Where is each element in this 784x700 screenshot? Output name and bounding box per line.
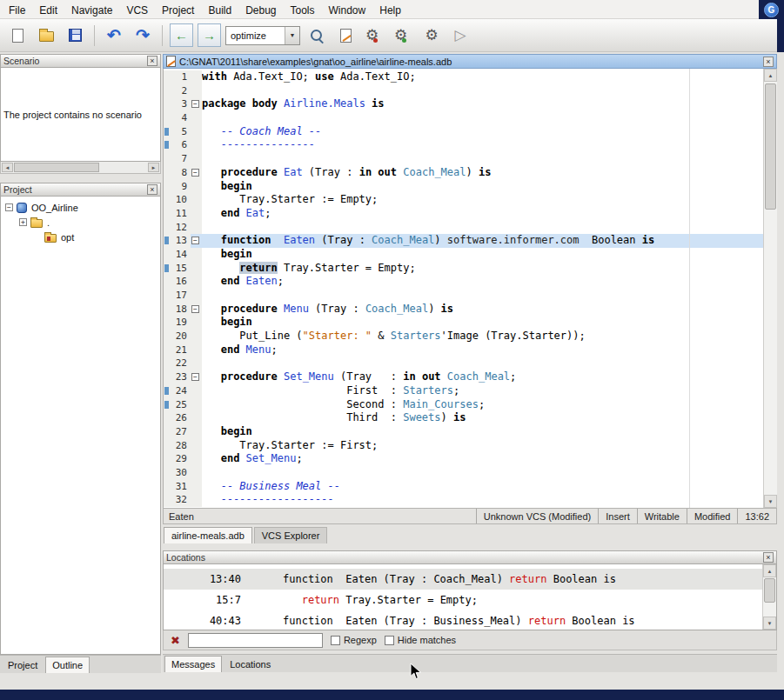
close-icon[interactable]: ×: [763, 552, 774, 563]
code-line[interactable]: 24 First : Starters;: [164, 384, 763, 398]
code-line[interactable]: 18− procedure Menu (Tray : Coach_Meal) i…: [164, 303, 763, 317]
code-line[interactable]: 10 Tray.Starter := Empty;: [164, 193, 763, 207]
code-line[interactable]: 31 -- Business Meal --: [164, 480, 763, 494]
menu-item-project[interactable]: Project: [155, 2, 201, 19]
code-line[interactable]: 8− procedure Eat (Tray : in out Coach_Me…: [164, 166, 763, 180]
tree-node-opt[interactable]: opt: [1, 230, 160, 244]
tab-airline-meals[interactable]: airline-meals.adb: [164, 527, 252, 543]
search-button[interactable]: [305, 23, 329, 48]
fold-toggle-icon[interactable]: −: [191, 373, 199, 381]
menu-item-vcs[interactable]: VCS: [119, 2, 155, 19]
scroll-right-icon[interactable]: ►: [148, 163, 159, 172]
code-line[interactable]: 23− procedure Set_Menu (Tray : in out Co…: [164, 370, 763, 384]
locations-vscrollbar[interactable]: ▲ ▼: [762, 564, 776, 630]
code-line[interactable]: 11 end Eat;: [164, 207, 763, 221]
editor-vscrollbar[interactable]: ▲ ▼: [763, 69, 777, 508]
scrollbar-thumb[interactable]: [764, 578, 775, 603]
regexp-checkbox[interactable]: Regexp: [331, 635, 377, 645]
fold-toggle-icon[interactable]: −: [191, 237, 199, 244]
scroll-down-icon[interactable]: ▼: [764, 495, 777, 508]
tab-locations[interactable]: Locations: [224, 657, 277, 672]
code-line[interactable]: 13− function Eaten (Tray : Coach_Meal) s…: [164, 234, 763, 248]
tree-expander-icon[interactable]: +: [19, 218, 27, 226]
open-file-button[interactable]: [34, 23, 58, 48]
code-line[interactable]: 17: [164, 289, 763, 303]
scroll-up-icon[interactable]: ▲: [764, 69, 777, 82]
save-button[interactable]: [63, 23, 87, 48]
code-line[interactable]: 6 ---------------: [164, 138, 763, 152]
tree-expander-icon[interactable]: −: [5, 203, 13, 211]
clear-filter-icon[interactable]: ✖: [171, 635, 180, 646]
tab-vcs-explorer[interactable]: VCS Explorer: [254, 527, 328, 543]
compile-button[interactable]: ⚙: [391, 23, 415, 48]
code-line[interactable]: 21 end Menu;: [164, 343, 763, 357]
scenario-hscrollbar[interactable]: ◄ ►: [0, 162, 161, 174]
scenario-combo[interactable]: optimize ▼: [225, 26, 300, 45]
tab-messages[interactable]: Messages: [164, 656, 222, 672]
code-line[interactable]: 19 begin: [164, 316, 763, 330]
fold-toggle-icon[interactable]: −: [191, 169, 199, 177]
dock-splitter[interactable]: [0, 174, 161, 183]
menu-item-edit[interactable]: Edit: [32, 2, 64, 19]
redo-button[interactable]: ↷: [131, 23, 155, 48]
tab-project[interactable]: Project: [2, 657, 44, 673]
chevron-down-icon[interactable]: ▼: [285, 27, 299, 44]
code-line[interactable]: 25 Second : Main_Courses;: [164, 398, 763, 412]
code-line[interactable]: 14 begin: [164, 248, 763, 262]
build-all-button[interactable]: ⚙: [419, 23, 444, 48]
scroll-up-icon[interactable]: ▲: [763, 564, 776, 577]
menu-item-window[interactable]: Window: [322, 2, 373, 19]
menu-item-tools[interactable]: Tools: [284, 2, 322, 19]
scroll-left-icon[interactable]: ◄: [2, 163, 13, 172]
close-icon[interactable]: ×: [763, 57, 774, 67]
fold-toggle-icon[interactable]: −: [191, 305, 199, 313]
menu-item-help[interactable]: Help: [372, 2, 408, 19]
dock-splitter[interactable]: [163, 543, 777, 550]
menu-item-debug[interactable]: Debug: [238, 2, 283, 19]
scrollbar-thumb[interactable]: [14, 163, 99, 172]
code-line[interactable]: 12: [164, 221, 763, 235]
close-icon[interactable]: ×: [147, 184, 157, 195]
code-line[interactable]: 2: [164, 84, 763, 98]
run-button[interactable]: ▷: [448, 23, 472, 48]
scroll-down-icon[interactable]: ▼: [763, 617, 776, 630]
fold-toggle-icon[interactable]: −: [191, 100, 199, 108]
tree-node-OOAirline[interactable]: −OO_Airline: [1, 200, 160, 215]
undo-button[interactable]: ↶: [102, 23, 126, 48]
locations-filter-input[interactable]: [188, 633, 323, 648]
code-line[interactable]: 20 Put_Line ("Starter: " & Starters'Imag…: [164, 330, 763, 343]
tab-outline[interactable]: Outline: [45, 657, 90, 673]
code-line[interactable]: 26 Third : Sweets) is: [164, 411, 763, 425]
edit-source-button[interactable]: [333, 23, 358, 48]
go-forward-button[interactable]: →: [198, 23, 221, 47]
scrollbar-thumb[interactable]: [765, 83, 776, 210]
tree-node-[interactable]: +.: [1, 215, 160, 230]
code-lines[interactable]: 1with Ada.Text_IO; use Ada.Text_IO;23−pa…: [164, 69, 763, 508]
code-line[interactable]: 1with Ada.Text_IO; use Ada.Text_IO;: [164, 70, 763, 84]
code-line[interactable]: 22: [164, 357, 763, 370]
menu-item-navigate[interactable]: Navigate: [64, 2, 119, 19]
menu-item-file[interactable]: File: [2, 2, 32, 19]
code-line[interactable]: 29 end Set_Menu;: [164, 452, 763, 466]
code-line[interactable]: 16 end Eaten;: [164, 275, 763, 289]
location-row[interactable]: 15:7 return Tray.Starter = Empty;: [164, 590, 762, 610]
checkbox-icon[interactable]: [331, 636, 340, 645]
close-icon[interactable]: ×: [147, 56, 157, 66]
code-line[interactable]: 3−package body Airline.Meals is: [164, 97, 763, 111]
code-line[interactable]: 30: [164, 466, 763, 480]
hide-matches-checkbox[interactable]: Hide matches: [385, 635, 456, 645]
code-line[interactable]: 32 ------------------: [164, 493, 763, 507]
go-back-button[interactable]: ←: [170, 23, 193, 47]
code-line[interactable]: 5 -- Coach Meal --: [164, 125, 763, 139]
menu-item-build[interactable]: Build: [201, 2, 238, 19]
code-line[interactable]: 4: [164, 111, 763, 125]
build-button[interactable]: ⚙: [362, 23, 386, 48]
location-row[interactable]: 13:40function Eaten (Tray : Coach_Meal) …: [164, 569, 762, 590]
location-row[interactable]: 40:43function Eaten (Tray : Business_Mea…: [164, 610, 762, 630]
code-line[interactable]: 9 begin: [164, 180, 763, 194]
checkbox-icon[interactable]: [385, 636, 394, 645]
code-line[interactable]: 27 begin: [164, 425, 763, 439]
code-line[interactable]: 7: [164, 152, 763, 166]
code-line[interactable]: 15 return Tray.Starter = Empty;: [164, 262, 763, 276]
code-line[interactable]: 28 Tray.Starter := First;: [164, 439, 763, 453]
